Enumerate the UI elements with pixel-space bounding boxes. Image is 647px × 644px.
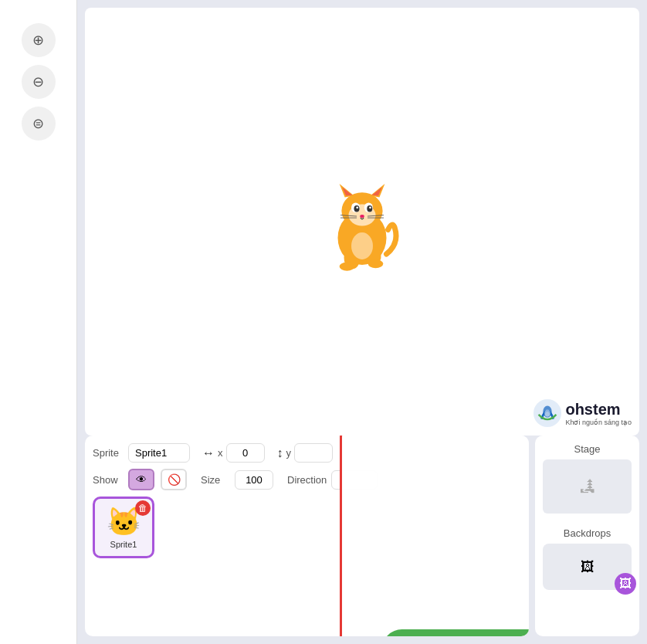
backdrop-add-icon: 🖼 [619,577,632,591]
show-label: Show [93,474,122,486]
zoom-in-icon: ⊕ [32,32,44,49]
choose-sprite-button[interactable]: Choose a Sprite [382,629,529,636]
backdrop-thumbnail[interactable]: 🖼 🖼 [543,544,632,590]
eye-open-icon: 👁 [136,473,147,486]
left-sidebar: ⊕ ⊖ ⊜ [0,0,77,644]
sprite-delete-button[interactable]: 🗑 [135,500,151,516]
svg-point-20 [340,263,355,271]
ohstem-logo: ohstem Khơi nguồn sáng tạo [533,398,632,428]
ohstem-brand: ohstem Khơi nguồn sáng tạo [565,401,632,426]
svg-point-9 [354,205,360,212]
stage-thumbnail[interactable]: 🏞 [543,459,632,514]
sprite-label: Sprite [93,447,122,459]
y-label: y [286,447,292,459]
svg-point-21 [368,259,384,268]
x-label: x [218,447,223,459]
sprite-popup-overlay: ⬆ ✦ ✏ 🔍 🐱 [340,436,529,636]
fit-button[interactable]: ⊜ [22,107,56,141]
backdrop-icon: 🖼 [581,559,594,575]
svg-point-22 [351,232,373,259]
stage-empty-icon: 🏞 [580,478,595,496]
trash-icon: 🗑 [138,503,147,514]
size-input[interactable] [235,470,273,490]
x-coord-group: ↔ x [202,443,265,463]
zoom-out-button[interactable]: ⊖ [22,65,56,99]
bottom-panel: Sprite ↔ x ↕ y Show [77,436,647,644]
y-direction-icon: ↕ [277,446,283,460]
stage-label: Stage [543,443,632,455]
sprite-thumb-name: Sprite1 [110,540,137,549]
show-hidden-button[interactable]: 🚫 [161,469,187,490]
stage-area: ohstem Khơi nguồn sáng tạo Sprite ↔ x [77,0,647,644]
zoom-out-icon: ⊖ [32,73,44,90]
eye-closed-icon: 🚫 [168,473,181,486]
direction-label: Direction [287,474,327,486]
sprite-name-input[interactable] [128,443,190,463]
backdrops-label: Backdrops [543,527,632,539]
x-direction-icon: ↔ [202,446,215,460]
zoom-in-button[interactable]: ⊕ [22,23,56,57]
ohstem-icon [533,398,562,428]
show-visible-button[interactable]: 👁 [128,469,154,490]
size-group: Size [201,470,273,490]
svg-point-10 [367,205,372,212]
svg-point-25 [545,409,551,417]
add-backdrop-button[interactable]: 🖼 [615,573,636,595]
svg-point-11 [356,206,358,208]
fit-icon: ⊜ [32,115,44,132]
svg-point-13 [360,215,364,218]
scratch-cat [308,168,416,276]
sprite-thumbnail-1[interactable]: 🐱 Sprite1 🗑 [93,497,154,558]
x-input[interactable] [226,443,265,463]
size-label: Size [201,474,230,486]
y-coord-group: ↕ y [277,443,334,463]
sprite-panel: Sprite ↔ x ↕ y Show [85,436,529,636]
stage-canvas: ohstem Khơi nguồn sáng tạo [85,8,639,436]
svg-point-12 [369,206,371,208]
y-input[interactable] [294,443,333,463]
stage-panel: Stage 🏞 Backdrops 🖼 🖼 [535,436,639,636]
